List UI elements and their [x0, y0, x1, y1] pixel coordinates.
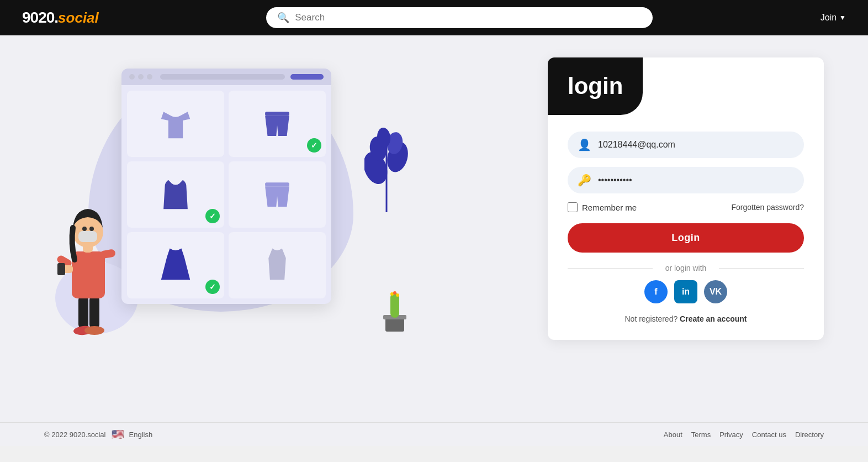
browser-body: ✓ ✓ — [121, 85, 331, 304]
facebook-login-button[interactable]: f — [644, 280, 668, 303]
svg-point-13 — [393, 291, 396, 295]
forgot-password-link[interactable]: Forgotten password? — [731, 203, 804, 212]
password-field[interactable] — [598, 175, 794, 185]
footer-link-privacy[interactable]: Privacy — [719, 431, 743, 439]
join-button[interactable]: Join ▼ — [821, 13, 846, 23]
main-content: ✓ ✓ — [0, 35, 868, 422]
login-panel: login 👤 🔑 Remember me Forgotten password… — [548, 57, 824, 340]
not-registered-row: Not registered? Create an account — [568, 314, 804, 323]
clothing-item-vest — [229, 232, 326, 298]
svg-point-27 — [89, 227, 94, 231]
logo-social: social — [58, 9, 99, 27]
svg-rect-14 — [78, 296, 88, 329]
footer-link-terms[interactable]: Terms — [691, 431, 711, 439]
remember-me-checkbox[interactable] — [568, 202, 578, 212]
svg-point-26 — [82, 227, 87, 231]
check-badge-2: ✓ — [205, 209, 220, 223]
footer-link-contact[interactable]: Contact us — [752, 431, 786, 439]
language-label: English — [129, 431, 153, 439]
clothing-item-tshirt — [127, 91, 224, 157]
key-icon: 🔑 — [578, 174, 591, 187]
clothing-item-dress: ✓ — [127, 232, 224, 298]
chevron-down-icon: ▼ — [839, 14, 846, 22]
svg-point-17 — [84, 326, 104, 335]
svg-point-12 — [396, 293, 399, 297]
browser-header — [121, 69, 331, 85]
footer-link-directory[interactable]: Directory — [795, 431, 824, 439]
email-input-group: 👤 — [568, 132, 804, 158]
linkedin-login-button[interactable]: in — [674, 280, 697, 303]
navbar: 9020. social 🔍 Join ▼ — [0, 0, 868, 35]
plant-decoration — [364, 124, 409, 214]
check-badge-1: ✓ — [307, 138, 321, 153]
password-input-group: 🔑 — [568, 167, 804, 193]
browser-progressbar — [290, 74, 324, 80]
login-button[interactable]: Login — [568, 223, 804, 253]
vk-login-button[interactable]: VK — [704, 280, 727, 303]
browser-dot-1 — [129, 74, 135, 80]
browser-dot-3 — [147, 74, 152, 80]
browser-mockup: ✓ ✓ — [121, 69, 331, 304]
clothing-item-shorts1: ✓ — [229, 91, 326, 157]
or-divider: or login with — [568, 264, 804, 272]
social-login-row: f in VK — [568, 280, 804, 303]
search-icon: 🔍 — [277, 12, 289, 24]
svg-rect-25 — [78, 231, 97, 242]
remember-me-label[interactable]: Remember me — [568, 202, 637, 212]
svg-rect-15 — [89, 296, 99, 329]
svg-rect-20 — [99, 249, 116, 259]
remember-row: Remember me Forgotten password? — [568, 202, 804, 212]
footer-link-about[interactable]: About — [664, 431, 682, 439]
browser-dot-2 — [138, 74, 144, 80]
person-illustration — [50, 188, 127, 345]
logo-text: 9020. — [22, 9, 58, 27]
check-badge-3: ✓ — [205, 280, 220, 294]
svg-rect-1 — [265, 182, 289, 186]
email-field[interactable] — [598, 140, 794, 150]
svg-rect-0 — [265, 112, 289, 116]
footer: © 2022 9020.social 🇺🇸 English About Term… — [0, 422, 868, 446]
cactus-decoration — [375, 282, 414, 334]
footer-left: © 2022 9020.social 🇺🇸 English — [44, 428, 152, 440]
svg-rect-22 — [57, 263, 65, 275]
hero-illustration: ✓ ✓ — [44, 57, 431, 367]
create-account-link[interactable]: Create an account — [680, 314, 747, 323]
user-icon: 👤 — [578, 138, 591, 151]
footer-links: About Terms Privacy Contact us Directory — [664, 431, 824, 439]
clothing-item-tanktop: ✓ — [127, 161, 224, 228]
login-header: login — [548, 57, 643, 115]
clothing-item-shorts2 — [229, 161, 326, 228]
login-title: login — [568, 73, 623, 99]
svg-rect-8 — [385, 318, 404, 332]
logo: 9020. social — [22, 9, 99, 27]
search-input[interactable] — [295, 12, 642, 23]
login-form: 👤 🔑 Remember me Forgotten password? Logi… — [548, 115, 824, 340]
flag-icon: 🇺🇸 — [112, 428, 124, 440]
copyright-text: © 2022 9020.social — [44, 431, 106, 439]
browser-addressbar — [160, 74, 285, 80]
search-bar[interactable]: 🔍 — [266, 7, 653, 28]
